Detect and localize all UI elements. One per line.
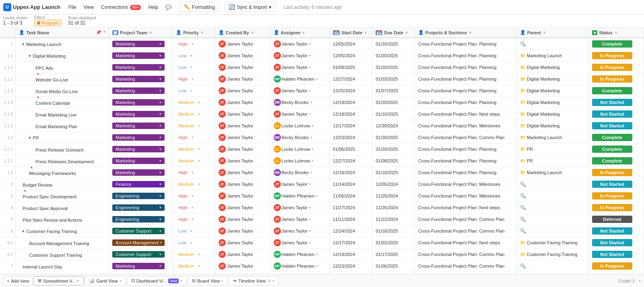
team-17[interactable]: Account Management▾ [109,237,173,249]
assignee-0[interactable]: JTJames Taylor▾ [270,38,330,50]
assignee-7[interactable]: LLLocke Luhnow▾ [270,120,330,132]
priority-8[interactable]: High▾ [173,132,215,144]
assignee-2[interactable]: JTJames Taylor▾ [270,62,330,73]
duedate-10[interactable]: 01/08/2025 [372,155,415,167]
task-name-17[interactable]: Account Management Training [16,237,109,249]
duedate-18[interactable]: 01/17/2025 [372,249,415,260]
duedate-3[interactable]: 01/03/2025 [372,73,415,85]
priority-16[interactable]: Low▾ [173,225,215,237]
sync-btn[interactable]: 🔄 Sync & Import ▾ [224,2,275,12]
team-1[interactable]: Marketing▾ [109,50,173,62]
assignee-5[interactable]: BBBecky Brooks▾ [270,97,330,108]
col-assignee[interactable]: 👤 Assignee ▾ [270,27,330,38]
assignee-1[interactable]: JTJames Taylor▾ [270,50,330,62]
priority-15[interactable]: High▾ [173,214,215,225]
col-startdate-sort[interactable]: ▾ [365,31,367,35]
priority-11[interactable]: High▾ [173,167,215,179]
duedate-8[interactable]: 01/20/2025 [372,132,415,144]
assignee-10[interactable]: LLLocke Luhnow▾ [270,155,330,167]
col-parent[interactable]: 👤 Parent ▾ [516,27,588,38]
status-6[interactable]: Not Started▾ [588,108,644,120]
status-16[interactable]: Not Started▾ [588,225,644,237]
expand-icon-8[interactable]: ▼ [28,136,31,140]
status-4[interactable]: Complete▾ [588,85,644,97]
priority-2[interactable]: Low▾ [173,62,215,73]
task-name-3[interactable]: Website Go-Live [16,73,109,85]
assignee-16[interactable]: JTJames Taylor▾ [270,225,330,237]
duedate-9[interactable]: 01/20/2025 [372,144,415,155]
assignee-3[interactable]: HPHalden Pfearsen▾ [270,73,330,85]
duedate-14[interactable]: 11/25/2024 [372,202,415,214]
team-13[interactable]: Engineering▾ [109,190,173,202]
task-name-12[interactable]: Budget Review [16,179,109,190]
task-name-5[interactable]: Content Calendar [16,97,109,108]
menu-file[interactable]: File [65,3,79,11]
team-2[interactable]: Marketing▾ [109,62,173,73]
status-12[interactable]: Not Started▾ [588,179,644,190]
team-4[interactable]: Marketing▾ [109,85,173,97]
team-14[interactable]: Engineering▾ [109,202,173,214]
status-11[interactable]: In Progress▾ [588,167,644,179]
assignee-4[interactable]: JTJames Taylor▾ [270,85,330,97]
col-parent-sort[interactable]: ▾ [543,31,545,35]
startdate-17[interactable]: 12/17/2024 [330,237,372,249]
duedate-16[interactable]: 01/16/2025 [372,225,415,237]
team-16[interactable]: Customer Support▾ [109,225,173,237]
duedate-7[interactable]: 12/30/2024 [372,120,415,132]
team-18[interactable]: Customer Support▾ [109,249,173,260]
team-12[interactable]: Finance▾ [109,179,173,190]
priority-12[interactable]: Medium▾ [173,179,215,190]
priority-13[interactable]: High▾ [173,190,215,202]
priority-19[interactable]: Medium▾ [173,260,215,272]
status-18[interactable]: Not Started▾ [588,249,644,260]
startdate-0[interactable]: 12/05/2024 [330,38,372,50]
task-name-13[interactable]: Product Spec Development [16,190,109,202]
table-wrap[interactable]: 👤 Task Name 📌 ▾ ▦ Project Team ▾ [0,27,644,274]
col-startdate[interactable]: 📅 Start Date ▾ [330,27,372,38]
col-duedate[interactable]: 📅 Due Date ▾ [372,27,415,38]
assignee-11[interactable]: BBBecky Brooks▾ [270,167,330,179]
team-0[interactable]: Marketing▾ [109,38,173,50]
priority-1[interactable]: Low▾ [173,50,215,62]
col-createdby[interactable]: 👤 Created By ▾ [215,27,270,38]
team-19[interactable]: Marketing▾ [109,260,173,272]
duedate-11[interactable]: 01/10/2025 [372,167,415,179]
col-duedate-sort[interactable]: ▾ [406,31,408,35]
status-5[interactable]: Not Started▾ [588,97,644,108]
status-13[interactable]: In Progress▾ [588,190,644,202]
priority-17[interactable]: Low▾ [173,237,215,249]
expand-icon-16[interactable]: ▼ [21,229,25,233]
assignee-19[interactable]: HPHalden Pfearsen▾ [270,260,330,272]
duedate-13[interactable]: 11/25/2024 [372,190,415,202]
status-3[interactable]: In Progress▾ [588,73,644,85]
task-name-15[interactable]: Pilot Sites Review and Actions [16,214,109,225]
task-name-4[interactable]: Social Media Go-Live [16,85,109,97]
status-10[interactable]: Complete▾ [588,155,644,167]
task-name-2[interactable]: PPC Ads [16,62,109,73]
task-name-7[interactable]: Email Marketing Plan [16,120,109,132]
startdate-15[interactable]: 11/11/2024 [330,214,372,225]
startdate-16[interactable]: 12/24/2024 [330,225,372,237]
startdate-11[interactable]: 12/18/2024 [330,167,372,179]
startdate-7[interactable]: 12/17/2024 [330,120,372,132]
task-name-0[interactable]: ▼Marketing Launch [16,38,109,50]
team-3[interactable]: Marketing▾ [109,73,173,85]
task-name-6[interactable]: Email Marketing Live [16,108,109,120]
priority-6[interactable]: Medium▾ [173,108,215,120]
task-name-14[interactable]: Product Spec Approval [16,202,109,214]
menu-connections[interactable]: Connections 99+ [98,3,144,11]
task-name-8[interactable]: ▼PR [16,132,109,144]
task-name-19[interactable]: Internal Launch Day [16,260,109,272]
filter-tag[interactable]: Program [34,20,62,26]
status-2[interactable]: In Progress▾ [588,62,644,73]
priority-14[interactable]: High▾ [173,202,215,214]
assignee-15[interactable]: JTJames Taylor▾ [270,214,330,225]
startdate-8[interactable]: 12/23/2024 [330,132,372,144]
menu-view[interactable]: View [80,3,97,11]
startdate-10[interactable]: 12/27/2024 [330,155,372,167]
task-name-9[interactable]: Press Release Outreach [16,144,109,155]
priority-18[interactable]: Medium▾ [173,249,215,260]
priority-0[interactable]: High▾ [173,38,215,50]
col-priority-sort[interactable]: ▾ [201,31,203,35]
task-name-18[interactable]: Customer Support Training [16,249,109,260]
